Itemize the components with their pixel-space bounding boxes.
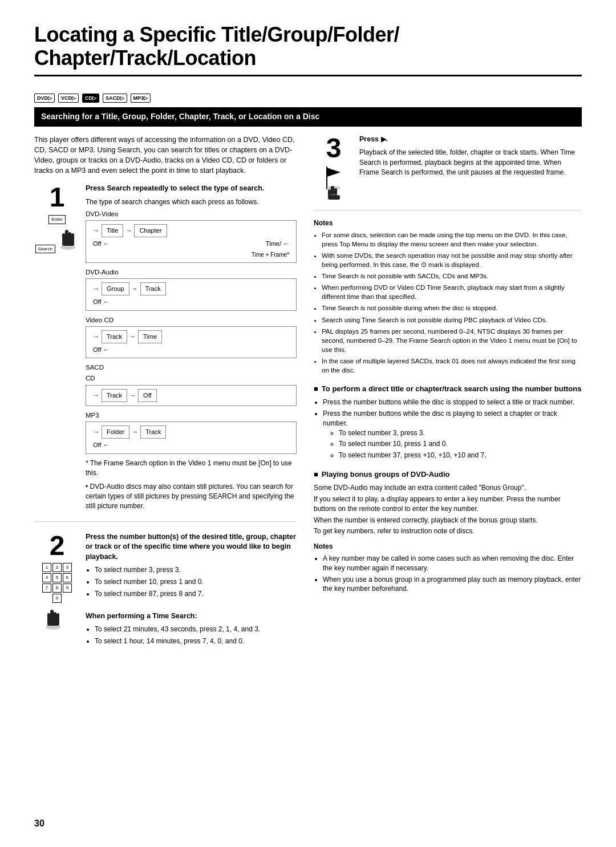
step1-footnote2: • DVD-Audio discs may also contain still… bbox=[86, 482, 297, 510]
step2-heading: Press the number button(s) of the desire… bbox=[86, 532, 297, 562]
main-content: This player offers different ways of acc… bbox=[34, 135, 582, 659]
search-type-videocd: Video CD →Track →Time Off ← bbox=[86, 315, 297, 359]
note3: Time Search is not possible with SACDs, … bbox=[322, 271, 582, 281]
time-bullet2: To select 1 hour, 14 minutes, press 7, 4… bbox=[95, 637, 297, 646]
step3-block: 3 Press ▶. Playback of the selected t bbox=[314, 135, 582, 210]
svg-rect-11 bbox=[47, 621, 59, 626]
notes-list: For some discs, selection can be made us… bbox=[314, 230, 582, 375]
badge-cd: CD▷ bbox=[82, 94, 99, 103]
step2-bullet3: To select number 87, press 8 and 7. bbox=[95, 589, 297, 599]
svg-rect-1 bbox=[65, 230, 68, 242]
cd-label: CD bbox=[86, 374, 297, 383]
step2-content: Press the number button(s) of the desire… bbox=[86, 532, 297, 649]
search-type-dvdaudio: DVD-Audio →Group →Track Off ← bbox=[86, 268, 297, 311]
note7: PAL displays 25 frames per second, numbe… bbox=[322, 327, 582, 354]
mp3-flow: →Folder →Track Off ← bbox=[86, 422, 297, 454]
bonus-notes: Notes A key number may be called in some… bbox=[314, 542, 582, 594]
bonus-section: Playing bonus groups of DVD-Audio Some D… bbox=[314, 469, 582, 594]
step1-content: Press Search repeatedly to select the ty… bbox=[86, 184, 297, 513]
hand3-icon bbox=[323, 185, 345, 202]
numpad-3: 3 bbox=[63, 563, 72, 572]
step2-bullet2: To select number 10, press 1 and 0. bbox=[95, 577, 297, 587]
direct-bullet2: Press the number buttons while the disc … bbox=[323, 409, 582, 460]
mp3-label: MP3 bbox=[86, 411, 297, 420]
section-header: Searching for a Title, Group, Folder, Ch… bbox=[34, 107, 582, 127]
bonus-notes-title: Notes bbox=[314, 542, 582, 552]
direct-sub1: To select number 3, press 3. bbox=[339, 428, 582, 438]
page-number: 30 bbox=[34, 817, 44, 830]
bonus-note2: When you use a bonus group in a programm… bbox=[323, 575, 582, 594]
search-type-sacd: SACD CD →Track →Off bbox=[86, 363, 297, 406]
time-search-bullets: To select 21 minutes, 43 seconds, press … bbox=[86, 625, 297, 646]
step3-content: Press ▶. Playback of the selected title,… bbox=[359, 135, 582, 202]
videocd-flow: →Track →Time Off ← bbox=[86, 326, 297, 359]
badge-mp3: MP3▷ bbox=[131, 94, 151, 103]
time-bullet1: To select 21 minutes, 43 seconds, press … bbox=[95, 625, 297, 634]
svg-rect-7 bbox=[50, 610, 54, 622]
numpad-4: 4 bbox=[42, 573, 51, 582]
note1: For some discs, selection can be made us… bbox=[322, 230, 582, 249]
notes-section: Notes For some discs, selection can be m… bbox=[314, 218, 582, 375]
bonus-para2: If you select it to play, a display appe… bbox=[314, 495, 582, 514]
svg-rect-5 bbox=[62, 241, 74, 246]
step2-icon: 1 2 3 4 5 6 7 8 9 0 bbox=[42, 563, 72, 633]
step2-bullets: To select number 3, press 3. To select n… bbox=[86, 565, 297, 598]
bonus-notes-list: A key number may be called in some cases… bbox=[314, 554, 582, 594]
page-title: Locating a Specific Title/Group/Folder/ … bbox=[34, 23, 582, 70]
svg-marker-13 bbox=[327, 168, 341, 177]
direct-sub3: To select number 37, press +10, +10, +10… bbox=[339, 451, 582, 460]
svg-rect-9 bbox=[56, 613, 59, 622]
step3-press-label: Press ▶. bbox=[359, 135, 582, 145]
notes-title: Notes bbox=[314, 218, 582, 228]
step2-number: 2 bbox=[50, 532, 65, 560]
hand-icon bbox=[57, 225, 79, 250]
svg-rect-18 bbox=[328, 195, 340, 200]
numpad-1: 1 bbox=[42, 563, 51, 572]
videocd-label: Video CD bbox=[86, 315, 297, 325]
note8: In the case of multiple layered SACDs, t… bbox=[322, 356, 582, 375]
note6: Search using Time Search is not possible… bbox=[322, 315, 582, 325]
sacd-label: SACD bbox=[86, 363, 297, 372]
dvdaudio-label: DVD-Audio bbox=[86, 268, 297, 277]
badge-dvd: DVD▷ bbox=[34, 94, 55, 103]
numpad-0: 0 bbox=[52, 594, 62, 603]
note2: With some DVDs, the search operation may… bbox=[322, 251, 582, 269]
numpad-9: 9 bbox=[63, 583, 72, 593]
direct-search-title: To perform a direct title or chapter/tra… bbox=[314, 384, 582, 394]
title-divider bbox=[34, 75, 582, 76]
numpad-8: 8 bbox=[52, 583, 62, 593]
time-search-heading: When performing a Time Search: bbox=[86, 611, 297, 622]
direct-search-section: To perform a direct title or chapter/tra… bbox=[314, 384, 582, 460]
bonus-title: Playing bonus groups of DVD-Audio bbox=[314, 469, 582, 480]
left-column: This player offers different ways of acc… bbox=[34, 135, 297, 659]
svg-rect-2 bbox=[68, 232, 71, 242]
direct-sub2: To select number 10, press 1 and 0. bbox=[339, 439, 582, 449]
svg-rect-15 bbox=[331, 186, 334, 195]
svg-rect-4 bbox=[62, 233, 65, 242]
right-column: 3 Press ▶. Playback of the selected t bbox=[314, 135, 582, 659]
step1-block: 1 Enter Search Press bbox=[34, 184, 297, 521]
hand2-icon bbox=[42, 605, 64, 630]
numpad-7: 7 bbox=[42, 583, 51, 593]
badge-vcd: VCD▷ bbox=[58, 94, 79, 103]
search-type-mp3: MP3 →Folder →Track Off ← bbox=[86, 411, 297, 454]
step3-number: 3 bbox=[326, 135, 342, 162]
svg-rect-8 bbox=[54, 612, 56, 622]
bonus-para1: Some DVD-Audio may include an extra cont… bbox=[314, 483, 582, 493]
bonus-note1: A key number may be called in some cases… bbox=[323, 554, 582, 573]
sacd-cd-flow: →Track →Off bbox=[86, 385, 297, 406]
bonus-para3: When the number is entered correctly, pl… bbox=[314, 516, 582, 525]
disc-badges: DVD▷ VCD▷ CD▷ SACD▷ MP3▷ bbox=[34, 94, 582, 103]
step3-press-desc: Playback of the selected title, folder, … bbox=[359, 148, 582, 177]
note4: When performing DVD or Video CD Time Sea… bbox=[322, 283, 582, 301]
dvdvideo-label: DVD-Video bbox=[86, 209, 297, 218]
numpad-6: 6 bbox=[63, 573, 72, 582]
badge-sacd: SACD▷ bbox=[103, 94, 127, 103]
note5: Time Search is not possible during when … bbox=[322, 303, 582, 313]
search-type-dvdvideo: DVD-Video →Title →Chapter Off ← Time/ ← … bbox=[86, 209, 297, 263]
svg-rect-10 bbox=[47, 613, 50, 622]
svg-rect-16 bbox=[334, 188, 337, 195]
numpad-2: 2 bbox=[52, 563, 62, 572]
bonus-para4: To get key numbers, refer to instruction… bbox=[314, 526, 582, 536]
step1-icon: Enter Search bbox=[35, 213, 79, 256]
